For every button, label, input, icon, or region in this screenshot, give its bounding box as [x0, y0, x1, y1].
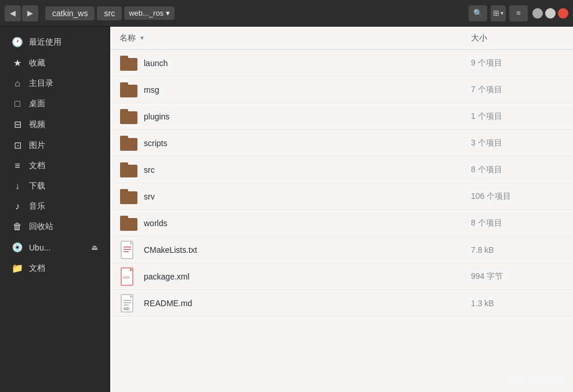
file-name: package.xml — [144, 272, 471, 281]
xml-file-icon: </> — [119, 267, 138, 286]
file-name: srv — [144, 192, 471, 201]
sidebar-item-label: 桌面 — [29, 99, 45, 109]
file-name: plugins — [144, 112, 471, 121]
sidebar-item-label: 图片 — [29, 140, 45, 151]
sidebar-item-documents2[interactable]: 📁 文档 — [2, 258, 107, 278]
cmake-file-icon — [119, 241, 138, 259]
file-size: 1.3 kB — [471, 299, 564, 308]
file-size: 3 个项目 — [471, 138, 564, 148]
sidebar-item-label: 收藏 — [29, 58, 45, 68]
sidebar-item-label: 文档 — [29, 263, 45, 274]
table-row[interactable]: MD README.md 1.3 kB — [110, 290, 573, 317]
file-size: 106 个项目 — [471, 191, 564, 202]
sidebar-item-desktop[interactable]: □ 桌面 — [2, 94, 107, 114]
titlebar: ◀ ▶ catkin_ws src web..._ros ▾ 🔍 ⊞ ▾ ≡ — [0, 0, 573, 27]
folder-icon — [119, 134, 138, 153]
nav-buttons: ◀ ▶ — [5, 5, 38, 21]
file-size: 1 个项目 — [471, 111, 564, 122]
ubuntu-drive-icon: 💿 — [12, 242, 23, 253]
table-row[interactable]: src 8 个项目 — [110, 157, 573, 183]
videos-icon: ⊟ — [12, 119, 23, 130]
view-dropdown-arrow: ▾ — [501, 10, 503, 16]
breadcrumb-src[interactable]: src — [97, 6, 122, 20]
sidebar-item-label: 下载 — [29, 181, 45, 191]
folder-icon — [119, 81, 138, 99]
sidebar-item-recent[interactable]: 🕐 最近使用 — [2, 32, 107, 52]
maximize-button[interactable] — [545, 8, 556, 19]
table-row[interactable]: worlds 8 个项目 — [110, 210, 573, 237]
md-file-icon: MD — [119, 294, 138, 313]
file-size: 8 个项目 — [471, 165, 564, 175]
sidebar-item-ubuntu[interactable]: 💿 Ubu... ⏏ — [2, 237, 107, 257]
minimize-button[interactable] — [532, 8, 543, 19]
sidebar: 🕐 最近使用 ★ 收藏 ⌂ 主目录 □ 桌面 ⊟ 视频 ⊡ 图片 ≡ 文档 ↓ — [0, 27, 110, 392]
file-size: 994 字节 — [471, 271, 564, 282]
nav-back-button[interactable]: ◀ — [5, 5, 21, 21]
folder-icon — [119, 214, 138, 233]
file-name: scripts — [144, 139, 471, 148]
close-button[interactable] — [558, 8, 568, 19]
documents-icon: ≡ — [12, 161, 23, 171]
window-controls — [532, 8, 568, 19]
music-icon: ♪ — [12, 201, 23, 212]
file-name: README.md — [144, 299, 471, 308]
table-row[interactable]: </> package.xml 994 字节 — [110, 263, 573, 290]
folder-icon — [119, 107, 138, 126]
sidebar-item-label: Ubu... — [29, 243, 50, 252]
grid-icon: ⊞ — [493, 9, 499, 17]
sidebar-item-music[interactable]: ♪ 音乐 — [2, 197, 107, 216]
col-size-header[interactable]: 大小 — [471, 33, 564, 43]
sidebar-item-pictures[interactable]: ⊡ 图片 — [2, 135, 107, 155]
view-grid-button[interactable]: ⊞ ▾ — [491, 5, 506, 21]
trash-icon: 🗑 — [12, 222, 23, 232]
sidebar-item-trash[interactable]: 🗑 回收站 — [2, 217, 107, 237]
sidebar-item-documents[interactable]: ≡ 文档 — [2, 156, 107, 176]
desktop-icon: □ — [12, 99, 23, 109]
main-layout: 🕐 最近使用 ★ 收藏 ⌂ 主目录 □ 桌面 ⊟ 视频 ⊡ 图片 ≡ 文档 ↓ — [0, 27, 573, 392]
sidebar-item-bookmarks[interactable]: ★ 收藏 — [2, 53, 107, 73]
folder-icon — [119, 187, 138, 206]
documents2-icon: 📁 — [12, 263, 23, 274]
bookmarks-icon: ★ — [12, 57, 23, 68]
sidebar-item-videos[interactable]: ⊟ 视频 — [2, 114, 107, 135]
nav-forward-button[interactable]: ▶ — [22, 5, 38, 21]
table-row[interactable]: launch 9 个项目 — [110, 50, 573, 77]
sidebar-item-downloads[interactable]: ↓ 下载 — [2, 176, 107, 196]
file-size: 7.8 kB — [471, 245, 564, 255]
watermark: @稀土掘金技术社区 — [510, 378, 567, 386]
file-name: src — [144, 165, 471, 175]
table-row[interactable]: plugins 1 个项目 — [110, 103, 573, 130]
recent-icon: 🕐 — [12, 37, 23, 48]
downloads-icon: ↓ — [12, 181, 23, 191]
breadcrumb: catkin_ws src web..._ros ▾ — [45, 6, 175, 20]
folder-icon — [119, 161, 138, 179]
search-button[interactable]: 🔍 — [469, 5, 487, 21]
file-name: worlds — [144, 219, 471, 228]
column-headers: 名称 ▼ 大小 — [110, 27, 573, 50]
home-icon: ⌂ — [12, 78, 23, 89]
file-name: msg — [144, 85, 471, 95]
breadcrumb-catkin[interactable]: catkin_ws — [45, 6, 95, 20]
file-size: 9 个项目 — [471, 58, 564, 68]
table-row[interactable]: scripts 3 个项目 — [110, 130, 573, 157]
sidebar-item-label: 主目录 — [29, 78, 53, 89]
folder-icon — [119, 54, 138, 72]
table-row[interactable]: msg 7 个项目 — [110, 77, 573, 103]
sidebar-item-label: 最近使用 — [29, 37, 61, 48]
svg-text:</>: </> — [123, 275, 130, 280]
breadcrumb-current[interactable]: web..._ros ▾ — [124, 6, 175, 20]
sidebar-item-home[interactable]: ⌂ 主目录 — [2, 74, 107, 93]
sidebar-item-label: 回收站 — [29, 222, 53, 232]
sidebar-item-label: 音乐 — [29, 201, 45, 212]
col-name-header[interactable]: 名称 ▼ — [119, 33, 471, 43]
svg-text:MD: MD — [124, 307, 130, 311]
table-row[interactable]: srv 106 个项目 — [110, 183, 573, 210]
eject-icon[interactable]: ⏏ — [91, 243, 98, 252]
file-size: 7 个项目 — [471, 85, 564, 95]
hamburger-button[interactable]: ≡ — [509, 5, 528, 21]
sidebar-item-label: 视频 — [29, 119, 45, 130]
table-row[interactable]: CMakeLists.txt 7.8 kB — [110, 237, 573, 263]
file-size: 8 个项目 — [471, 218, 564, 228]
pictures-icon: ⊡ — [12, 140, 23, 151]
file-list: launch 9 个项目 msg 7 个项目 plugins 1 个项目 — [110, 50, 573, 392]
